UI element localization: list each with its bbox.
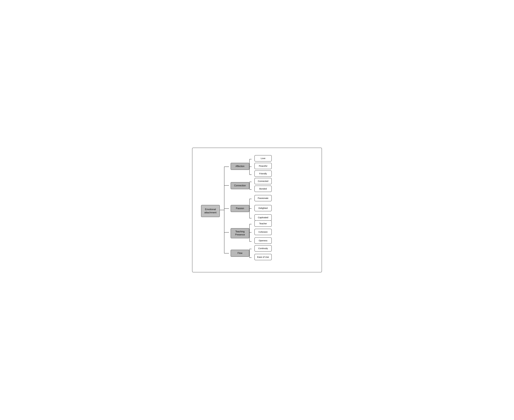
leaf-teacher: Teacher [254,220,272,227]
leaf-label-cohesion: Cohesion [254,229,272,235]
leaf-label-passionate: Passionate [254,195,272,201]
leaf-label-peaceful: Peaceful [254,163,272,169]
category-node-connection: Connection [231,182,249,189]
leaf-passionate: Passionate [254,195,272,201]
category-node-affection: Affection [231,163,249,170]
leaf-ease-of-use: Ease of Use [254,254,272,260]
leaf-love: Love [254,155,272,162]
leaf-friendly: Friendly [254,171,272,177]
leaf-label-openess: Openess [254,237,272,244]
category-node-flow: Flow [231,250,249,257]
root-node: Emotional attachment [201,205,220,217]
root-label: Emotional attachment [201,205,220,217]
diagram-container: Emotional attachment Affection Connectio… [192,148,322,272]
leaf-delighted: Delighted [254,205,272,211]
leaf-label-love: Love [254,155,272,162]
leaf-bonded: Bonded [254,186,272,192]
category-node-teaching-presence: Teaching Presence [231,228,249,238]
leaf-label-delighted: Delighted [254,205,272,211]
category-label-connection: Connection [231,182,249,189]
category-label-flow: Flow [231,250,249,257]
leaf-openess: Openess [254,237,272,244]
leaf-label-bonded: Bonded [254,186,272,192]
leaf-label-friendly: Friendly [254,171,272,177]
category-label-affection: Affection [231,163,249,170]
leaf-label-ease-of-use: Ease of Use [254,254,272,260]
leaf-label-continuity: Continuity [254,245,272,252]
category-label-passion: Passion [231,205,249,212]
leaf-cohesion: Cohesion [254,229,272,235]
leaf-label-captivated: Captivated [254,214,272,221]
leaf-label-connected: Connected [254,178,272,184]
leaf-continuity: Continuity [254,245,272,252]
category-label-teaching-presence: Teaching Presence [231,228,249,238]
leaf-connected: Connected [254,178,272,184]
category-node-passion: Passion [231,205,249,212]
leaf-captivated: Captivated [254,214,272,221]
leaf-peaceful: Peaceful [254,163,272,169]
leaf-label-teacher: Teacher [254,220,272,227]
tree-body: Emotional attachment Affection Connectio… [201,154,313,266]
